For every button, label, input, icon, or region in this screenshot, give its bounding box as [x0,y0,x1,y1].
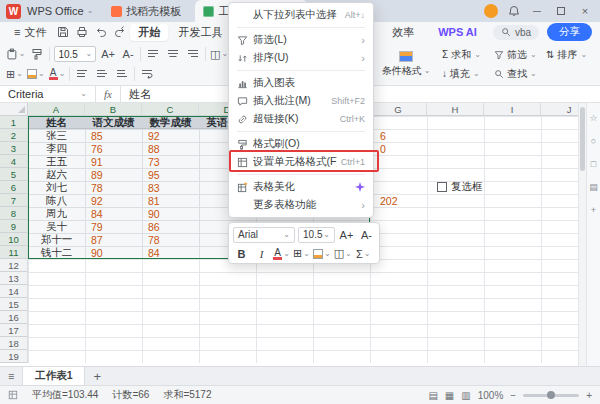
menu-item-insert-chart[interactable]: 插入图表 [229,74,373,92]
wps-logo-icon[interactable]: W [6,4,21,19]
decrease-font-button[interactable]: A- [120,46,136,63]
cell-name[interactable]: 周九 [28,207,85,220]
sidebar-icon-1[interactable]: ☆ [589,113,597,123]
row-header-5[interactable]: 5 [0,168,28,181]
insert-function-button[interactable]: fx [96,86,121,102]
cell-chinese[interactable]: 91 [85,155,142,168]
sum-button[interactable]: Σ⌄ [355,246,372,262]
row-header-13[interactable]: 13 [0,272,28,285]
borders-button[interactable]: ⊞⌄ [293,246,310,262]
row-header-12[interactable]: 12 [0,259,28,272]
sidebar-icon-2[interactable]: ○ [591,136,596,146]
cell-name[interactable]: 钱十二 [28,246,85,259]
menu-item-pick-from-dropdown[interactable]: 从下拉列表中选择 Alt+↓ [229,6,373,24]
row-header-16[interactable]: 16 [0,311,28,324]
row-header-7[interactable]: 7 [0,194,28,207]
cell-chinese[interactable]: 76 [85,142,142,155]
tab-developer-tools[interactable]: 开发工具 [170,24,230,41]
column-header-I[interactable]: I [484,103,541,116]
cell-chinese[interactable]: 84 [85,207,142,220]
column-header-H[interactable]: H [427,103,484,116]
table-header-cell[interactable]: 姓名 [28,116,85,129]
zoom-slider-knob[interactable] [547,391,555,399]
sheet-list-icon[interactable]: ≡ [8,370,14,382]
font-color-button[interactable]: A⌄ [49,66,66,83]
font-name-select[interactable]: Arial ⌄ [233,227,295,243]
font-color-button[interactable]: A⌄ [273,246,290,262]
increase-font-button[interactable]: A+ [100,46,116,63]
formula-input[interactable]: 姓名 [121,87,159,102]
align-center-button[interactable] [165,46,181,63]
cell-chinese[interactable]: 87 [85,233,142,246]
cell-math[interactable]: 81 [142,194,199,207]
align-left-button[interactable] [145,46,161,63]
zoom-level[interactable]: 100% [478,390,504,401]
valign-top-button[interactable] [74,66,90,83]
column-header-J[interactable]: J [541,103,578,116]
paste-button[interactable]: ⌄ [6,46,25,63]
row-header-10[interactable]: 10 [0,233,28,246]
valign-middle-button[interactable] [94,66,110,83]
view-break-icon[interactable]: ▥ [461,390,470,401]
row-header-8[interactable]: 8 [0,207,28,220]
doc-tab-docer[interactable]: 找稻壳模板 [103,0,189,22]
notification-bell-icon[interactable] [508,5,520,17]
search-input[interactable]: vba [493,25,539,40]
cell-partial-value[interactable]: 202 [374,194,431,207]
table-header-cell[interactable]: 语文成绩 [85,116,142,129]
cell-chinese[interactable]: 79 [85,220,142,233]
cell-partial-value[interactable]: 0 [374,142,431,155]
form-checkbox-control[interactable]: 复选框 [437,180,483,194]
view-normal-icon[interactable]: ▤ [428,390,437,401]
cell-math[interactable]: 88 [142,142,199,155]
share-button[interactable]: 分享 [547,23,592,41]
fill-button[interactable]: ↓填充⌄ [438,64,490,83]
tab-home[interactable]: 开始 [130,24,168,41]
zoom-out-button[interactable]: − [510,390,516,401]
cell-name[interactable]: 张三 [28,129,85,142]
sidebar-icon-4[interactable]: ▤ [589,182,598,192]
zoom-in-button[interactable]: + [586,390,592,401]
maximize-button[interactable] [554,5,568,17]
sidebar-icon-5[interactable]: + [591,205,596,215]
cell-chinese[interactable]: 92 [85,194,142,207]
zoom-slider[interactable] [523,394,579,397]
format-painter-button[interactable] [29,46,45,63]
menu-item-hyperlink[interactable]: 超链接(K) Ctrl+K [229,110,373,128]
valign-bottom-button[interactable] [114,66,130,83]
name-box[interactable]: Criteria ⌄ [0,86,96,102]
sidebar-icon-3[interactable]: □ [591,159,596,169]
row-header-17[interactable]: 17 [0,324,28,337]
cell-chinese[interactable]: 78 [85,181,142,194]
align-right-button[interactable] [185,46,201,63]
conditional-format-button[interactable]: 条件格式⌄ [378,45,434,83]
menu-item-format-painter[interactable]: 格式刷(O) [229,135,373,153]
print-button[interactable] [73,24,90,40]
fill-color-button[interactable]: ⌄ [313,246,331,262]
find-button[interactable]: 查找⌄ [490,64,542,83]
undo-button[interactable] [92,24,109,40]
cell-partial-value[interactable]: 6 [374,129,431,142]
menu-item-format-cells[interactable]: 设置单元格格式(F)... Ctrl+1 [229,153,373,171]
font-size-select[interactable]: 10.5 ⌄ [298,227,335,243]
redo-button[interactable] [111,24,128,40]
merge-cells-button[interactable]: ◫⌄ [334,246,352,262]
column-header-B[interactable]: B [85,103,142,116]
sort-button[interactable]: ⇅排序⌄ [542,45,594,64]
sheet-tab-active[interactable]: 工作表1 [22,367,85,385]
row-header-9[interactable]: 9 [0,220,28,233]
save-button[interactable] [54,24,71,40]
row-header-3[interactable]: 3 [0,142,28,155]
cell-name[interactable]: 李四 [28,142,85,155]
decrease-font-button[interactable]: A- [358,227,375,243]
select-all-corner[interactable] [0,103,28,116]
cell-name[interactable]: 陈八 [28,194,85,207]
row-header-14[interactable]: 14 [0,285,28,298]
cell-name[interactable]: 吴十 [28,220,85,233]
cell-math[interactable]: 92 [142,129,199,142]
tab-wps-ai[interactable]: WPS AI [430,25,485,39]
filter-button[interactable]: 筛选⌄ [490,45,542,64]
scrollbar-thumb[interactable] [580,107,585,171]
checkbox-icon[interactable] [437,182,447,192]
column-header-A[interactable]: A [28,103,85,116]
